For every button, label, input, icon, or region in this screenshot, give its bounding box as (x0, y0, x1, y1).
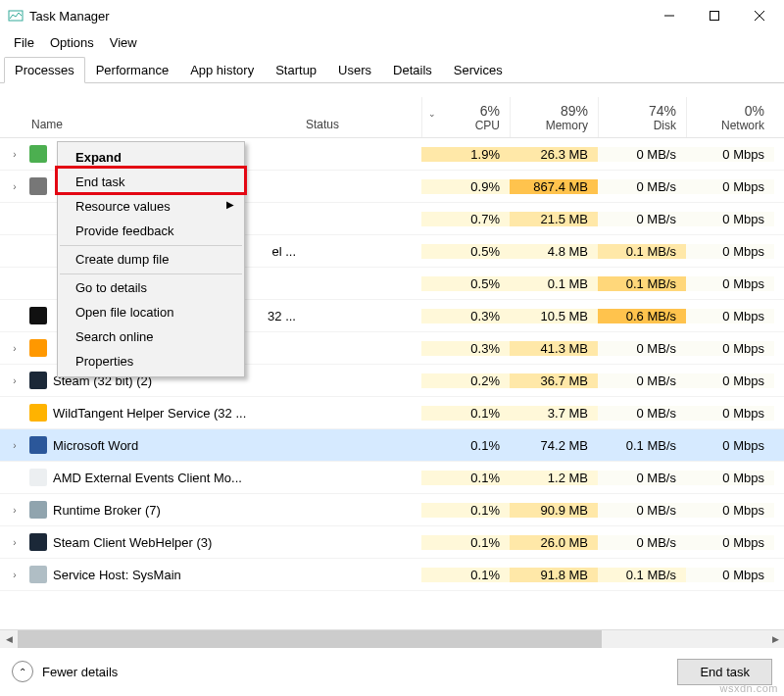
minimize-button[interactable] (647, 0, 692, 31)
tabs: Processes Performance App history Startu… (0, 53, 784, 83)
col-name[interactable]: Name (29, 97, 304, 137)
menu-view[interactable]: View (102, 33, 145, 52)
tab-performance[interactable]: Performance (85, 57, 179, 82)
table-row[interactable]: ›Runtime Broker (7)0.1%90.9 MB0 MB/s0 Mb… (0, 494, 784, 526)
tab-startup[interactable]: Startup (265, 57, 327, 82)
expand-chevron-icon[interactable]: › (0, 343, 29, 354)
cell-disk: 0.1 MB/s (598, 568, 686, 582)
svg-rect-0 (9, 11, 23, 21)
fewer-details-button[interactable]: ⌃ Fewer details (12, 661, 118, 682)
cell-network: 0 Mbps (686, 373, 774, 388)
expand-chevron-icon[interactable]: › (0, 375, 29, 386)
menu-file[interactable]: File (6, 33, 42, 52)
expand-chevron-icon[interactable]: › (0, 537, 29, 548)
cell-cpu: 0.3% (421, 309, 510, 323)
expand-chevron-icon[interactable]: › (0, 440, 29, 451)
process-name: AMD External Events Client Mo... (29, 469, 304, 486)
col-cpu[interactable]: ⌄ 6% CPU (421, 97, 510, 137)
scroll-thumb[interactable] (18, 630, 602, 648)
cell-memory: 26.0 MB (510, 535, 598, 550)
ctx-provide-feedback[interactable]: Provide feedback (60, 219, 242, 243)
cell-network: 0 Mbps (686, 212, 774, 226)
cell-disk: 0 MB/s (598, 147, 686, 162)
app-icon (29, 145, 47, 163)
tab-details[interactable]: Details (382, 57, 443, 82)
cell-network: 0 Mbps (686, 276, 774, 291)
ctx-go-to-details[interactable]: Go to details (60, 273, 242, 300)
app-icon (29, 307, 47, 324)
table-row[interactable]: ›Service Host: SysMain0.1%91.8 MB0.1 MB/… (0, 559, 784, 591)
cell-memory: 867.4 MB (510, 179, 598, 194)
tab-app-history[interactable]: App history (179, 57, 265, 82)
col-status[interactable]: Status (304, 97, 421, 137)
tab-services[interactable]: Services (443, 57, 514, 82)
close-button[interactable] (737, 0, 782, 31)
cell-disk: 0 MB/s (598, 212, 686, 226)
app-icon (29, 436, 47, 454)
ctx-expand[interactable]: Expand (60, 145, 242, 170)
cell-cpu: 1.9% (421, 147, 510, 162)
app-icon (29, 469, 47, 486)
horizontal-scrollbar[interactable]: ◀ ▶ (0, 630, 784, 648)
expand-chevron-icon[interactable]: › (0, 505, 29, 516)
cell-disk: 0 MB/s (598, 471, 686, 485)
cell-cpu: 0.5% (421, 244, 510, 259)
cell-network: 0 Mbps (686, 406, 774, 421)
ctx-create-dump[interactable]: Create dump file (60, 245, 242, 272)
cell-network: 0 Mbps (686, 568, 774, 582)
menu-options[interactable]: Options (42, 33, 102, 52)
cell-disk: 0.6 MB/s (598, 309, 686, 323)
cell-cpu: 0.2% (421, 373, 510, 388)
svg-rect-2 (710, 12, 719, 21)
process-list: Expand End task Resource values ▶ Provid… (0, 138, 784, 591)
cell-network: 0 Mbps (686, 147, 774, 162)
table-row[interactable]: ›Microsoft Word0.1%74.2 MB0.1 MB/s0 Mbps (0, 429, 784, 462)
table-row[interactable]: WildTangent Helper Service (32 ...0.1%3.… (0, 397, 784, 429)
col-network[interactable]: 0% Network (686, 97, 774, 137)
table-row[interactable]: AMD External Events Client Mo...0.1%1.2 … (0, 462, 784, 494)
titlebar: Task Manager (0, 0, 784, 31)
process-name: Steam Client WebHelper (3) (29, 533, 304, 551)
app-icon (29, 372, 47, 389)
context-menu: Expand End task Resource values ▶ Provid… (57, 141, 245, 377)
expand-chevron-icon[interactable]: › (0, 181, 29, 192)
scroll-right-icon[interactable]: ▶ (766, 630, 784, 648)
expand-chevron-icon[interactable]: › (0, 570, 29, 580)
process-name: Microsoft Word (29, 436, 304, 454)
chevron-right-icon: ▶ (226, 199, 234, 210)
ctx-end-task[interactable]: End task (60, 170, 242, 194)
cell-cpu: 0.1% (421, 471, 510, 485)
cell-network: 0 Mbps (686, 503, 774, 518)
cell-disk: 0.1 MB/s (598, 244, 686, 259)
sort-indicator-icon: ⌄ (428, 109, 436, 119)
menubar: File Options View (0, 31, 784, 53)
expand-chevron-icon[interactable]: › (0, 149, 29, 160)
app-icon (29, 177, 47, 195)
process-name: Runtime Broker (7) (29, 501, 304, 519)
maximize-button[interactable] (692, 0, 737, 31)
window-title: Task Manager (29, 9, 647, 24)
app-icon (29, 404, 47, 422)
app-icon (8, 8, 24, 24)
cell-memory: 21.5 MB (510, 212, 598, 226)
scroll-left-icon[interactable]: ◀ (0, 630, 18, 648)
cell-network: 0 Mbps (686, 309, 774, 323)
table-row[interactable]: ›Steam Client WebHelper (3)0.1%26.0 MB0 … (0, 526, 784, 559)
col-disk[interactable]: 74% Disk (598, 97, 686, 137)
ctx-resource-values[interactable]: Resource values ▶ (60, 194, 242, 219)
tab-processes[interactable]: Processes (4, 57, 85, 83)
ctx-search-online[interactable]: Search online (60, 324, 242, 349)
tab-users[interactable]: Users (327, 57, 382, 82)
cell-memory: 41.3 MB (510, 341, 598, 356)
col-memory[interactable]: 89% Memory (510, 97, 598, 137)
ctx-open-file-location[interactable]: Open file location (60, 300, 242, 324)
cell-cpu: 0.5% (421, 276, 510, 291)
end-task-button[interactable]: End task (677, 659, 772, 685)
cell-network: 0 Mbps (686, 471, 774, 485)
app-icon (29, 566, 47, 583)
watermark: wsxdn.com (719, 682, 778, 694)
cell-network: 0 Mbps (686, 244, 774, 259)
ctx-properties[interactable]: Properties (60, 349, 242, 373)
cell-network: 0 Mbps (686, 535, 774, 550)
cell-memory: 74.2 MB (510, 438, 598, 453)
